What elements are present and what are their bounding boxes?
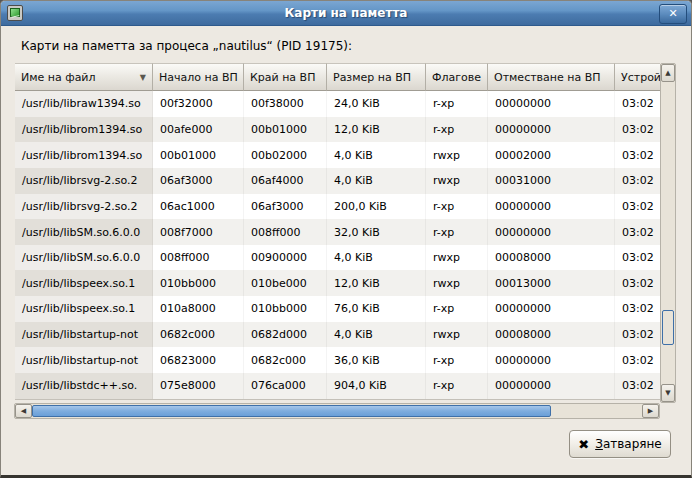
table-cell: 03:02 [615, 270, 660, 296]
column-header-device[interactable]: Устройство [615, 63, 660, 91]
table-cell: 010bb000 [153, 270, 244, 296]
table-cell: 00000000 [488, 296, 615, 322]
table-cell: /usr/lib/libstartup-not [15, 322, 153, 348]
table-cell: 76,0 KiB [327, 296, 426, 322]
table-cell: 00afe000 [153, 117, 244, 143]
table-cell: 03:02 [615, 117, 660, 143]
table-cell: 0682c000 [244, 347, 327, 373]
table-cell: 00000000 [488, 91, 615, 117]
table-cell: 06ac1000 [153, 194, 244, 220]
table-cell: 03:02 [615, 194, 660, 220]
table-row[interactable]: /usr/lib/libstdc++.so.075e8000076ca00090… [15, 373, 660, 399]
table-cell: 00000000 [488, 117, 615, 143]
scroll-right-icon[interactable]: ▶ [642, 404, 659, 418]
table-row[interactable]: /usr/lib/libSM.so.6.0.0008f7000008ff0003… [15, 219, 660, 245]
table-cell: 00b02000 [244, 142, 327, 168]
table-cell: 00f32000 [153, 91, 244, 117]
memory-maps-table: Име на файл ▼ Начало на ВП Край на ВП Ра… [15, 63, 660, 400]
table-cell: 008ff000 [244, 219, 327, 245]
table-row[interactable]: /usr/lib/libSM.so.6.0.0008ff000009000004… [15, 245, 660, 271]
table-cell: 03:02 [615, 373, 660, 399]
table-cell: r-xp [426, 194, 488, 220]
table-cell: /usr/lib/libSM.so.6.0.0 [15, 245, 153, 271]
table-row[interactable]: /usr/lib/librom1394.so00afe00000b0100012… [15, 117, 660, 143]
table-cell: /usr/lib/librom1394.so [15, 142, 153, 168]
table-cell: rwxp [426, 270, 488, 296]
table-cell: 00900000 [244, 245, 327, 271]
titlebar[interactable]: Карти на паметта ✕ [1, 1, 691, 26]
table-row[interactable]: /usr/lib/libspeex.so.1010a8000010bb00076… [15, 296, 660, 322]
table-cell: 00b01000 [153, 142, 244, 168]
table-cell: 200,0 KiB [327, 194, 426, 220]
table-cell: /usr/lib/libraw1394.so [15, 91, 153, 117]
memory-maps-dialog: Карти на паметта ✕ Карти на паметта за п… [0, 0, 692, 478]
scroll-down-icon[interactable]: ▼ [661, 384, 675, 402]
table-cell: 010a8000 [153, 296, 244, 322]
table-cell: 24,0 KiB [327, 91, 426, 117]
table-cell: 4,0 KiB [327, 168, 426, 194]
table-row[interactable]: /usr/lib/librsvg-2.so.206ac100006af30002… [15, 194, 660, 220]
table-cell: r-xp [426, 219, 488, 245]
table-cell: 03:02 [615, 347, 660, 373]
horizontal-scrollbar[interactable]: ◀ ▶ [14, 403, 660, 419]
table-cell: r-xp [426, 117, 488, 143]
table-cell: r-xp [426, 373, 488, 399]
column-header-flags[interactable]: Флагове [426, 63, 488, 91]
table-cell: 010bb000 [244, 296, 327, 322]
table-cell: 12,0 KiB [327, 270, 426, 296]
table-cell: 0682d000 [244, 322, 327, 348]
column-header-filename[interactable]: Име на файл ▼ [15, 63, 153, 91]
scroll-up-icon[interactable]: ▲ [661, 64, 675, 82]
table-cell: 03:02 [615, 142, 660, 168]
table-cell: 00b01000 [244, 117, 327, 143]
table-cell: /usr/lib/librsvg-2.so.2 [15, 194, 153, 220]
table-cell: 06af3000 [153, 168, 244, 194]
column-header-vm-end[interactable]: Край на ВП [244, 63, 327, 91]
table-cell: /usr/lib/libstartup-not [15, 347, 153, 373]
table-row[interactable]: /usr/lib/librsvg-2.so.206af300006af40004… [15, 168, 660, 194]
table-cell: 076ca000 [244, 373, 327, 399]
table-cell: 03:02 [615, 219, 660, 245]
column-header-vm-size[interactable]: Размер на ВП [327, 63, 426, 91]
table-cell: r-xp [426, 296, 488, 322]
column-header-vm-offset[interactable]: Отместване на ВП [488, 63, 615, 91]
sort-descending-icon: ▼ [134, 73, 146, 82]
table-cell: 075e8000 [153, 373, 244, 399]
vertical-scrollbar-thumb[interactable] [662, 310, 674, 345]
scroll-left-icon[interactable]: ◀ [15, 404, 32, 418]
close-button-label: Затваряне [595, 437, 662, 451]
table-header-row: Име на файл ▼ Начало на ВП Край на ВП Ра… [15, 63, 660, 91]
table-cell: r-xp [426, 91, 488, 117]
table-cell: 0682c000 [153, 322, 244, 348]
table-cell: /usr/lib/libspeex.so.1 [15, 270, 153, 296]
table-cell: /usr/lib/libspeex.so.1 [15, 296, 153, 322]
table-cell: 00008000 [488, 245, 615, 271]
process-info-label: Карти на паметта за процеса „nautilus“ (… [21, 39, 352, 53]
table-row[interactable]: /usr/lib/librom1394.so00b0100000b020004,… [15, 142, 660, 168]
table-cell: 03:02 [615, 168, 660, 194]
table-row[interactable]: /usr/lib/libraw1394.so00f3200000f3800024… [15, 91, 660, 117]
column-header-vm-start[interactable]: Начало на ВП [153, 63, 244, 91]
vertical-scrollbar[interactable]: ▲ ▼ [660, 63, 676, 403]
table-cell: 06af3000 [244, 194, 327, 220]
table-cell: 06af4000 [244, 168, 327, 194]
close-dialog-button[interactable]: ✖ Затваряне [569, 430, 671, 458]
horizontal-scrollbar-thumb[interactable] [32, 405, 551, 417]
table-cell: 03:02 [615, 91, 660, 117]
table-cell: 008ff000 [153, 245, 244, 271]
table-cell: 010be000 [244, 270, 327, 296]
table-cell: 00008000 [488, 322, 615, 348]
table-cell: 00000000 [488, 347, 615, 373]
table-cell: 06823000 [153, 347, 244, 373]
table-row[interactable]: /usr/lib/libstartup-not0682c0000682d0004… [15, 322, 660, 348]
table-cell: /usr/lib/libstdc++.so. [15, 373, 153, 399]
table-cell: 00000000 [488, 194, 615, 220]
window-close-icon[interactable]: ✕ [659, 4, 687, 24]
table-cell: rwxp [426, 168, 488, 194]
table-cell: 03:02 [615, 296, 660, 322]
table-row[interactable]: /usr/lib/libstartup-not068230000682c0003… [15, 347, 660, 373]
table-row[interactable]: /usr/lib/libspeex.so.1010bb000010be00012… [15, 270, 660, 296]
table-cell: 00f38000 [244, 91, 327, 117]
table-cell: 00031000 [488, 168, 615, 194]
table-cell: 36,0 KiB [327, 347, 426, 373]
